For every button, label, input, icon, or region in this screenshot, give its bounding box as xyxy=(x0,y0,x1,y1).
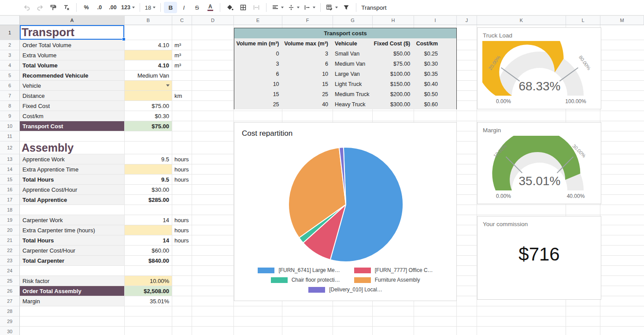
cell-A4[interactable]: Total Volume xyxy=(20,60,125,71)
truck-load-gauge[interactable]: Truck Load 20.00%80.00%0.00%100.00%68.33… xyxy=(477,27,601,109)
costs-cell[interactable]: Light Truck xyxy=(333,79,373,89)
costs-cell[interactable]: 10 xyxy=(234,79,283,89)
text-color-button[interactable]: A xyxy=(204,2,217,13)
cell-C14[interactable]: hours xyxy=(172,164,192,175)
column-header-M[interactable]: M xyxy=(600,15,644,25)
cell-A1[interactable]: Transport xyxy=(20,25,125,40)
costs-cell[interactable]: $50.00 xyxy=(373,48,414,59)
costs-cell[interactable]: Cost/km xyxy=(414,38,456,48)
cell-B21[interactable]: 14 xyxy=(125,235,172,246)
cell-A23[interactable]: Total Carpenter xyxy=(20,256,125,266)
cell-C6[interactable] xyxy=(172,81,192,91)
costs-cell[interactable]: $100.00 xyxy=(373,69,414,79)
column-header-L[interactable]: L xyxy=(566,15,600,25)
decrease-decimals-button[interactable]: .0 xyxy=(93,2,106,13)
costs-cell[interactable]: $75.00 xyxy=(373,59,414,69)
costs-cell[interactable]: 15 xyxy=(234,89,283,99)
cell-B26[interactable]: $2,508.00 xyxy=(125,286,172,296)
column-header-A[interactable]: A xyxy=(20,15,125,25)
costs-cell[interactable]: 3 xyxy=(234,59,283,69)
cell-B9[interactable]: $0.30 xyxy=(125,111,172,121)
italic-button[interactable]: I xyxy=(177,2,190,13)
undo-button[interactable] xyxy=(20,2,33,13)
cell-C25[interactable] xyxy=(172,276,192,286)
cell-C26[interactable] xyxy=(172,286,192,296)
costs-cell[interactable]: Volume max (m³) xyxy=(283,38,333,48)
costs-cell[interactable]: $0.60 xyxy=(414,99,456,109)
borders-button[interactable] xyxy=(237,2,250,13)
costs-cell[interactable]: Heavy Truck xyxy=(333,99,373,109)
bold-button[interactable]: B xyxy=(164,2,177,13)
cell-B11[interactable] xyxy=(125,131,172,141)
cell-C18[interactable] xyxy=(172,205,192,215)
row-header-21[interactable]: 21 xyxy=(0,235,20,246)
row-header-26[interactable]: 26 xyxy=(0,286,20,296)
costs-cell[interactable]: $300.00 xyxy=(373,99,414,109)
number-format-button[interactable]: 123 xyxy=(119,2,137,13)
row-header-29[interactable]: 29 xyxy=(0,316,20,327)
costs-cell[interactable]: Vehicule xyxy=(333,38,373,48)
cell-C1[interactable] xyxy=(172,25,192,40)
column-header-B[interactable]: B xyxy=(125,15,172,25)
cell-A14[interactable]: Extra Apprentice Time xyxy=(20,164,125,175)
cell-A22[interactable]: Carpenter Cost/Hour xyxy=(20,246,125,256)
cell-C7[interactable]: km xyxy=(172,91,192,101)
cell-B7[interactable] xyxy=(125,91,172,101)
row-header-4[interactable]: 4 xyxy=(0,60,20,71)
cell-A11[interactable] xyxy=(20,131,125,141)
cell-C8[interactable] xyxy=(172,101,192,111)
merge-cells-button[interactable] xyxy=(250,2,263,13)
row-header-27[interactable]: 27 xyxy=(0,296,20,306)
costs-cell[interactable]: $0.50 xyxy=(414,89,456,99)
cell-B19[interactable]: 14 xyxy=(125,215,172,225)
transport-costs-table[interactable]: Transport costsVolume min (m³)Volume max… xyxy=(234,28,457,109)
row-header-19[interactable]: 19 xyxy=(0,215,20,225)
row-header-15[interactable]: 15 xyxy=(0,175,20,185)
text-rotation-button[interactable] xyxy=(301,2,317,13)
cell-A30[interactable] xyxy=(20,327,125,335)
cell-A21[interactable]: Total Hours xyxy=(20,235,125,246)
cell-B3[interactable] xyxy=(125,50,172,60)
cell-B27[interactable]: 35.01% xyxy=(125,296,172,306)
cell-B13[interactable]: 9.5 xyxy=(125,154,172,164)
font-size-select[interactable]: 18 xyxy=(143,2,157,13)
cell-A13[interactable]: Apprentice Work xyxy=(20,154,125,164)
cell-C22[interactable] xyxy=(172,246,192,256)
row-header-25[interactable]: 25 xyxy=(0,276,20,286)
cell-C21[interactable]: hours xyxy=(172,235,192,246)
cell-A15[interactable]: Total Hours xyxy=(20,175,125,185)
cell-C24[interactable] xyxy=(172,266,192,276)
cell-B28[interactable] xyxy=(125,306,172,316)
cell-A6[interactable]: Vehicle xyxy=(20,81,125,91)
cell-B22[interactable]: $60.00 xyxy=(125,246,172,256)
cell-C30[interactable] xyxy=(172,327,192,335)
filter-button[interactable] xyxy=(340,2,353,13)
row-header-6[interactable]: 6 xyxy=(0,81,20,91)
cell-C17[interactable] xyxy=(172,195,192,205)
costs-cell[interactable]: Medium Van xyxy=(333,59,373,69)
row-header-7[interactable]: 7 xyxy=(0,91,20,101)
cell-B23[interactable]: $840.00 xyxy=(125,256,172,266)
row-header-14[interactable]: 14 xyxy=(0,164,20,175)
cell-A2[interactable]: Order Total Volume xyxy=(20,40,125,50)
cell-B4[interactable]: 4.10 xyxy=(125,60,172,71)
column-header-F[interactable]: F xyxy=(282,15,333,25)
costs-cell[interactable]: 6 xyxy=(283,59,333,69)
percent-format-button[interactable]: % xyxy=(80,2,93,13)
cell-B16[interactable]: $30.00 xyxy=(125,185,172,195)
row-header-3[interactable]: 3 xyxy=(0,50,20,60)
cell-C19[interactable]: hours xyxy=(172,215,192,225)
column-header-C[interactable]: C xyxy=(172,15,192,25)
cell-A10[interactable]: Transport Cost xyxy=(20,121,125,131)
row-header-23[interactable]: 23 xyxy=(0,256,20,266)
costs-cell[interactable]: Volume min (m³) xyxy=(234,38,283,48)
cell-C3[interactable]: m³ xyxy=(172,50,192,60)
row-header-24[interactable]: 24 xyxy=(0,266,20,276)
column-header-J[interactable]: J xyxy=(457,15,477,25)
cell-B18[interactable] xyxy=(125,205,172,215)
cell-C15[interactable]: hours xyxy=(172,175,192,185)
costs-cell[interactable]: Fixed Cost ($) xyxy=(373,38,414,48)
costs-cell[interactable]: $0.25 xyxy=(414,48,456,59)
commission-card[interactable]: Your commission $716 xyxy=(477,216,601,300)
cell-C11[interactable] xyxy=(172,131,192,141)
